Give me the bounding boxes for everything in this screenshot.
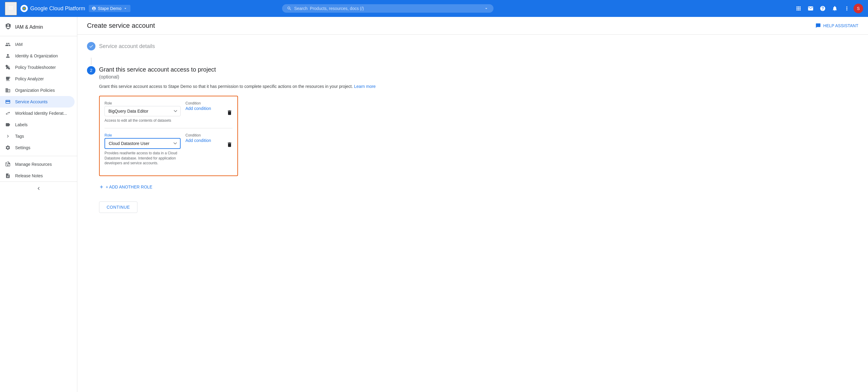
search-input[interactable] [294, 6, 482, 11]
learn-more-link[interactable]: Learn more [354, 84, 376, 89]
step1-check [87, 42, 95, 51]
role1-condition-label: Condition [185, 101, 222, 105]
sidebar-item-workload-identity-label: Workload Identity Federat... [15, 111, 67, 116]
sidebar-item-tags[interactable]: Tags [0, 130, 74, 142]
step2-optional: (optional) [99, 74, 858, 80]
role2-add-condition[interactable]: Add condition [185, 138, 211, 143]
sidebar-item-labels-label: Labels [15, 122, 28, 127]
step2-active: 2 Grant this service account access to p… [87, 66, 858, 213]
policy-analyzer-icon [5, 76, 11, 82]
role1-field: Role BigQuery Data Editor BigQuery Data … [104, 101, 181, 123]
project-selector[interactable]: Stape Demo [89, 5, 130, 12]
role2-condition-col: Condition Add condition [185, 133, 222, 143]
sidebar-item-service-accounts[interactable]: Service Accounts [0, 96, 74, 108]
sidebar-header: IAM & Admin [0, 19, 77, 36]
role2-delete-btn[interactable] [226, 133, 232, 149]
sidebar-item-manage-resources[interactable]: Manage Resources [0, 158, 74, 170]
mail-icon-btn[interactable] [805, 3, 816, 14]
role2-entry: Role BigQuery Data Editor BigQuery Data … [104, 133, 232, 166]
sidebar-header-title: IAM & Admin [15, 25, 43, 30]
sidebar-divider [0, 156, 77, 156]
sidebar-item-release-notes-label: Release Notes [15, 173, 43, 178]
logo-text: Google Cloud Platform [30, 5, 85, 12]
continue-button[interactable]: CONTINUE [99, 202, 137, 213]
role1-label: Role [104, 101, 181, 105]
search-icon [287, 6, 292, 11]
role1-row: Role BigQuery Data Editor BigQuery Data … [104, 101, 232, 123]
app-logo: Google Cloud Platform [21, 5, 85, 12]
mail-icon [808, 5, 814, 11]
sidebar-item-policy-analyzer[interactable]: Policy Analyzer [0, 73, 74, 85]
search-dropdown-icon [484, 6, 489, 11]
role1-add-condition[interactable]: Add condition [185, 106, 211, 111]
step1-completed: Service account details [87, 42, 858, 51]
role1-description: Access to edit all the contents of datas… [104, 118, 181, 123]
notifications-icon-btn[interactable] [829, 3, 840, 14]
help-assistant-button[interactable]: HELP ASSISTANT [815, 23, 858, 28]
role2-row: Role BigQuery Data Editor BigQuery Data … [104, 133, 232, 166]
logo-icon [21, 5, 28, 12]
apps-icon-btn[interactable] [793, 3, 804, 14]
page-header: Create service account HELP ASSISTANT [77, 17, 868, 35]
continue-btn-wrapper: CONTINUE [99, 202, 858, 213]
role2-description: Provides read/write access to data in a … [104, 151, 181, 166]
step1-title: Service account details [99, 43, 155, 50]
project-icon [92, 6, 96, 10]
policy-troubleshooter-icon [5, 65, 11, 70]
step2-number: 2 [87, 66, 95, 74]
help-assistant-label: HELP ASSISTANT [823, 23, 858, 28]
tags-icon [5, 133, 11, 139]
org-policies-icon [5, 88, 11, 93]
checkmark-icon [89, 44, 94, 49]
hamburger-menu[interactable] [5, 2, 17, 16]
service-accounts-icon [5, 99, 11, 104]
manage-resources-icon [5, 161, 11, 167]
step-connector-line [91, 58, 92, 65]
sidebar-item-iam[interactable]: IAM [0, 39, 74, 50]
main-content: Create service account HELP ASSISTANT Se… [77, 17, 868, 392]
page-title: Create service account [87, 22, 155, 30]
sidebar-item-identity-org[interactable]: Identity & Organization [0, 50, 74, 62]
sidebar-item-settings-label: Settings [15, 145, 31, 150]
chat-icon [815, 23, 821, 28]
workload-identity-icon [5, 111, 11, 116]
sidebar-item-service-accounts-label: Service Accounts [15, 99, 48, 104]
role2-condition-label: Condition [185, 133, 222, 138]
sidebar-item-org-policies[interactable]: Organization Policies [0, 85, 74, 96]
sidebar-item-policy-troubleshooter[interactable]: Policy Troubleshooter [0, 62, 74, 73]
step2-content: Grant this service account access to pro… [99, 66, 858, 213]
role1-entry: Role BigQuery Data Editor BigQuery Data … [104, 101, 232, 123]
sidebar-item-manage-resources-label: Manage Resources [15, 162, 52, 167]
svg-point-1 [24, 8, 25, 9]
release-notes-icon [5, 173, 11, 179]
role2-select[interactable]: BigQuery Data Editor BigQuery Data Viewe… [104, 138, 181, 149]
sidebar-item-settings[interactable]: Settings [0, 142, 74, 153]
sidebar-item-labels[interactable]: Labels [0, 119, 74, 130]
role1-delete-btn[interactable] [226, 101, 232, 117]
step2-title: Grant this service account access to pro… [99, 66, 858, 73]
role1-select[interactable]: BigQuery Data Editor BigQuery Data Viewe… [104, 106, 181, 116]
page-body: Service account details 2 Grant this ser… [77, 35, 868, 226]
labels-icon [5, 122, 11, 127]
roles-separator [104, 128, 232, 128]
sidebar-item-workload-identity[interactable]: Workload Identity Federat... [0, 108, 74, 119]
delete-icon [226, 110, 232, 116]
sidebar-item-release-notes[interactable]: Release Notes [0, 170, 74, 181]
more-options-icon-btn[interactable] [841, 3, 852, 14]
search-bar[interactable] [282, 4, 494, 13]
delete-icon-2 [226, 142, 232, 148]
role1-condition-col: Condition Add condition [185, 101, 222, 111]
sidebar-item-iam-label: IAM [15, 42, 23, 47]
project-name: Stape Demo [98, 6, 121, 11]
add-role-label: + ADD ANOTHER ROLE [106, 184, 152, 189]
add-another-role-button[interactable]: + ADD ANOTHER ROLE [99, 182, 152, 192]
sidebar-item-identity-label: Identity & Organization [15, 54, 58, 58]
help-icon-btn[interactable] [817, 3, 828, 14]
sidebar-collapse-btn[interactable] [0, 181, 77, 195]
identity-org-icon [5, 53, 11, 59]
iam-icon [5, 42, 11, 47]
settings-icon [5, 145, 11, 150]
step2-description: Grant this service account access to Sta… [99, 83, 858, 90]
user-avatar[interactable]: S [854, 4, 863, 13]
apps-icon [796, 5, 802, 11]
